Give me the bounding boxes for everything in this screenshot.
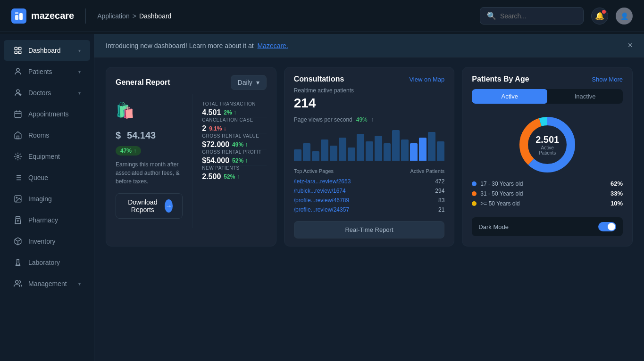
stat-label: GROSS RENTAL VALUE [202,133,266,139]
notification-button[interactable]: 🔔 [591,8,608,25]
sidebar-item-patients[interactable]: Patients ▾ [4,61,90,82]
donut-center-label: Active Patients [532,145,563,156]
navbar-left: mazecare Application > Dashboard [11,8,171,24]
col-pages: Top Active Pages [294,168,334,174]
dark-mode-bar: Dark Mode [472,217,623,236]
stat-label: GROSS RENTAL PROFIT [202,149,266,155]
badge-pct: 47% [120,148,132,154]
legend-dot [472,201,477,206]
page-path: /profile...review/46789 [294,197,349,204]
bar-item [294,149,301,161]
table-row: /letz-lara...review/2653472 [294,177,445,186]
sidebar-item-equipment[interactable]: Equipment [4,146,90,167]
stat-value: 2.500 52% ↑ [202,172,266,181]
bar-item [348,148,355,161]
stat-label: TOTAL TRANSACTION [202,101,266,107]
patients-icon [13,67,23,76]
general-report-header: General Report Daily ▾ [106,67,276,94]
page-views-section: Page views per second 49% ↑ [284,115,454,127]
active-pages-table: Top Active Pages Active Patients /letz-l… [284,164,454,216]
legend-item: >= 50 Years old 10% [472,200,623,207]
patients-by-age-card: Patients By Age Show More ActiveInactive [462,67,633,246]
sidebar-item-pharmacy[interactable]: Pharmacy [4,210,90,230]
stat-value: $54.000 52% ↑ [202,156,266,165]
badge-arrow: ↑ [134,148,136,154]
bar-item [384,143,391,161]
inventory-icon [13,237,23,246]
sidebar-item-inventory[interactable]: Inventory [4,231,90,252]
sidebar-item-dashboard[interactable]: Dashboard ▾ [4,40,90,61]
stat-pct: 52% ↑ [232,157,248,164]
bar-item [366,141,373,161]
sidebar-label-management: Management [28,280,73,287]
svg-rect-5 [15,51,17,54]
download-reports-button[interactable]: Download Reports → [116,193,183,219]
banner-text-static: Introducing new dashboard! Learn more ab… [106,42,254,49]
pba-legend: 17 - 30 Years old 62% 31 - 50 Years old … [462,180,632,217]
report-icon: 🛍️ [116,101,183,119]
breadcrumb: Application > Dashboard [97,12,171,20]
search-icon: 🔍 [487,11,496,20]
chevron-icon-doctors: ▾ [78,90,81,96]
svg-rect-3 [15,47,17,49]
search-box[interactable]: 🔍 [480,7,584,25]
sidebar-item-rooms[interactable]: Rooms [4,125,90,146]
dark-mode-toggle[interactable] [598,222,616,231]
bar-item [401,139,409,161]
realtime-section: Realtime active patients 214 [284,87,454,115]
sidebar-item-imaging[interactable]: Imaging [4,189,90,209]
sidebar-label-rooms: Rooms [28,131,81,139]
legend-dot [472,181,477,186]
period-selector[interactable]: Daily ▾ [231,75,267,90]
pba-tabs: ActiveInactive [472,89,623,104]
sidebar: Dashboard ▾ Patients ▾ Doctors ▾ Appoint… [0,34,94,361]
stat-item: GROSS RENTAL PROFIT $54.000 52% ↑ [202,149,266,165]
tab-inactive[interactable]: Inactive [547,89,623,104]
realtime-report-button[interactable]: Real-Time Report [294,221,445,238]
toggle-knob [608,223,615,230]
svg-point-13 [16,197,17,198]
bar-item [419,138,427,161]
show-more-link[interactable]: Show More [592,76,623,83]
banner-close-button[interactable]: × [627,41,633,50]
pba-header: Patients By Age Show More [462,67,632,89]
sidebar-item-laboratory[interactable]: Laboratory [4,252,90,273]
consultations-header: Consultations View on Map [284,67,454,87]
sidebar-item-management[interactable]: Management ▾ [4,273,90,294]
navbar-right: 🔍 🔔 👤 [480,7,633,25]
tab-active[interactable]: Active [472,89,547,104]
currency-symbol: $ [116,130,121,140]
logo[interactable]: mazecare [11,8,74,24]
donut-center-number: 2.501 [532,134,563,145]
view-on-map-link[interactable]: View on Map [409,76,444,83]
bar-item [375,136,382,161]
banner-text: Introducing new dashboard! Learn more ab… [106,42,288,49]
sidebar-label-pharmacy: Pharmacy [28,216,81,224]
svg-rect-4 [19,47,21,49]
general-report-left: 🛍️ $ 54.143 47% ↑ Earnings this month af… [106,94,192,228]
chevron-down-icon: ▾ [256,79,259,86]
stat-item: CANCELATION CASE 2 9.1% ↓ [202,117,266,133]
banner-link[interactable]: Mazecare. [257,42,288,49]
stat-pct: 2% ↑ [224,109,236,116]
general-report-stats: TOTAL TRANSACTION 4.501 2% ↑ CANCELATION… [192,94,276,228]
stat-value: $72.000 49% ↑ [202,140,266,149]
stat-item: NEW PATIENTS 2.500 52% ↑ [202,165,266,181]
avatar-initials: 👤 [620,12,628,20]
svg-rect-9 [15,111,21,118]
avatar[interactable]: 👤 [616,8,633,25]
sidebar-label-appointments: Appointments [28,110,81,118]
sidebar-item-appointments[interactable]: Appointments [4,104,90,124]
dashboard-icon [13,46,23,55]
search-input[interactable] [500,12,577,20]
chevron-icon-patients: ▾ [78,69,81,74]
bar-item [321,139,328,161]
laboratory-icon [13,258,23,267]
stat-pct: 52% ↑ [224,173,239,180]
sidebar-item-doctors[interactable]: Doctors ▾ [4,82,90,103]
donut-chart-area: 2.501 Active Patients [462,109,632,180]
sidebar-item-queue[interactable]: Queue [4,167,90,188]
breadcrumb-separator: > [133,12,136,20]
legend-percentage: 62% [611,180,623,187]
svg-point-11 [17,156,19,158]
